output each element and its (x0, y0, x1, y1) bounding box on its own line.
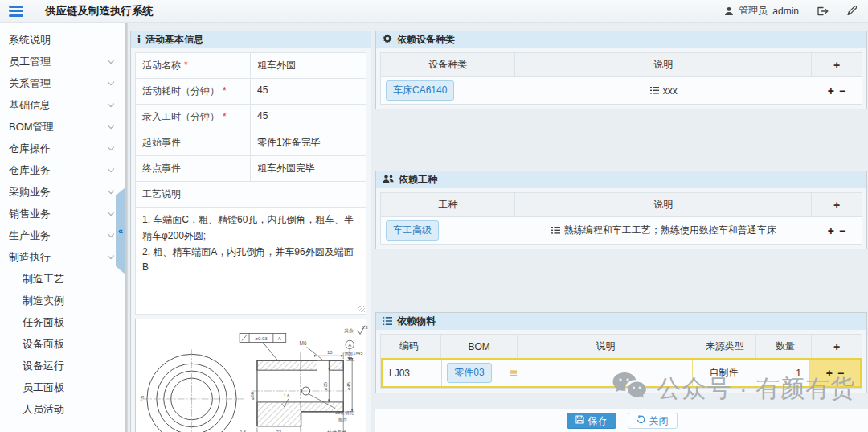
drawing-dim-10: 10 (327, 350, 333, 355)
start-event-field[interactable]: 零件1准备完毕 (251, 130, 366, 155)
drawing-tolerance-datum: A (278, 336, 281, 341)
form-row: 起始事件 零件1准备完毕 (135, 130, 366, 156)
edit-pen-icon[interactable] (846, 6, 857, 16)
list-icon (551, 225, 560, 237)
drawing-dim-22: 22 (276, 430, 281, 432)
chevron-down-icon (108, 122, 114, 129)
drawing-finish-mid: 1.6 (284, 393, 290, 398)
collapse-icon: « (118, 226, 123, 236)
end-event-field[interactable]: 粗车外圆完毕 (251, 156, 366, 181)
sidebar-item-manufacturing-execution[interactable]: 制造执行 (0, 246, 127, 268)
drawing-dim-7-5: 7.5 (140, 395, 145, 402)
app-title: 供应链及制造执行系统 (45, 4, 154, 19)
sidebar-item-system-notes[interactable]: 系统说明 (0, 29, 127, 51)
gear-icon (383, 34, 392, 46)
sidebar-item-basic-info[interactable]: 基础信息 (0, 94, 127, 116)
activity-name-field[interactable]: 粗车外圆 (251, 53, 366, 78)
row-remove-button[interactable]: − (837, 84, 848, 97)
drawing-dia-45: ⌀45 (346, 381, 351, 390)
info-icon: i (137, 35, 141, 46)
sidebar-subitem-process[interactable]: 制造工艺 (0, 268, 127, 290)
chevron-down-icon (108, 209, 114, 216)
panel-title: 依赖物料 (397, 315, 436, 328)
sidebar-item-production[interactable]: 生产业务 (0, 224, 127, 246)
sidebar-subitem-personnel-activity[interactable]: 人员活动 (0, 398, 127, 420)
required-mark: * (223, 85, 227, 97)
drawing-pin-note-1: ⌀8锥销孔 (335, 410, 354, 416)
watermark: 公众号 · 有颜有货 (612, 372, 855, 406)
sidebar-item-sales[interactable]: 销售业务 (0, 203, 127, 224)
chevron-down-icon (108, 231, 114, 237)
sidebar-subitem-instance[interactable]: 制造实例 (0, 290, 127, 311)
chevron-down-icon (108, 101, 114, 107)
field-label: 终点事件 (142, 163, 181, 174)
sidebar-item-warehouse-business[interactable]: 仓库业务 (0, 159, 127, 181)
user-icon (724, 6, 734, 16)
sidebar-subitem-task-panel[interactable]: 任务面板 (0, 311, 127, 333)
drawing-finish-bl: 0.8 (240, 430, 246, 432)
drag-handle-icon[interactable] (510, 368, 517, 379)
save-button[interactable]: 保存 (567, 413, 616, 429)
col-header-desc: 说明 (515, 53, 812, 76)
panel-title: 依赖工种 (399, 173, 437, 187)
drawing-tolerance-value: ⌀0.03 (255, 336, 268, 341)
work-hours-field[interactable]: 45 (251, 105, 366, 130)
field-label: 录入工时（分钟） (142, 111, 219, 122)
sidebar-item-bom-mgmt[interactable]: BOM管理 (0, 116, 127, 138)
activity-info-panel: i 活动基本信息 活动名称* 粗车外圆 活动耗时（分钟）* 45 录入工时（分钟… (130, 31, 371, 432)
required-mark: * (184, 60, 188, 71)
technical-drawing: 7.5 (135, 319, 366, 432)
sidebar-item-purchasing[interactable]: 采购业务 (0, 181, 127, 203)
add-worktype-button[interactable]: + (812, 193, 862, 216)
equipment-row: 车床CA6140 xxx + − (381, 76, 862, 104)
form-row: 终点事件 粗车外圆完毕 (135, 156, 366, 182)
worktype-chip[interactable]: 车工高级 (386, 220, 439, 241)
add-material-button[interactable]: + (812, 335, 862, 358)
process-notes-textarea[interactable]: 1. 车端面C，粗、精镗60孔，内孔倒角，粗车、半精车φ200外圆; 2. 粗、… (135, 208, 366, 315)
drawing-dia-35: ⌀35 (323, 381, 328, 390)
col-header-source: 来源类型 (694, 335, 757, 358)
main-content: i 活动基本信息 活动名称* 粗车外圆 活动耗时（分钟）* 45 录入工时（分钟… (129, 23, 868, 432)
panel-title: 依赖设备种类 (397, 33, 455, 47)
field-label: 起始事件 (142, 137, 181, 148)
sidebar-subitem-employee-panel[interactable]: 员工面板 (0, 376, 127, 398)
add-equipment-button[interactable]: + (812, 53, 862, 76)
col-header-equipment-type: 设备种类 (381, 53, 515, 76)
chevron-down-icon (108, 144, 114, 150)
bom-chip[interactable]: 零件03 (447, 363, 491, 383)
chevron-down-icon (108, 79, 114, 85)
row-add-button[interactable]: + (825, 224, 837, 237)
chevron-down-icon (108, 166, 114, 172)
col-header-worktype: 工种 (381, 193, 515, 216)
worktype-desc: 熟练编程和车工工艺；熟练使用数控车和普通车床 (564, 224, 776, 237)
row-add-button[interactable]: + (825, 84, 837, 97)
sidebar-collapse-handle[interactable]: « (116, 187, 125, 274)
save-icon (575, 415, 584, 426)
sidebar-subitem-equipment-run[interactable]: 设备运行 (0, 355, 127, 376)
undo-icon (637, 415, 645, 426)
col-header-qty: 数量 (756, 335, 812, 358)
form-row: 活动耗时（分钟）* 45 (135, 79, 366, 105)
close-button[interactable]: 关闭 (628, 413, 678, 429)
col-header-desc: 说明 (518, 335, 694, 358)
sidebar-item-employee-mgmt[interactable]: 员工管理 (0, 51, 127, 72)
menu-toggle-icon[interactable] (9, 6, 23, 17)
equipment-chip[interactable]: 车床CA6140 (386, 80, 454, 101)
sidebar: 系统说明 员工管理 关系管理 基础信息 BOM管理 仓库操作 仓库业务 采购业务… (0, 23, 128, 432)
drawing-rest-label: 其余 (344, 328, 354, 334)
worktype-panel: 依赖工种 工种 说明 + 车工高级 熟练编程和车工工艺；熟练使用数控车和普通车床 (375, 171, 867, 249)
equipment-desc: xxx (663, 85, 678, 97)
sidebar-item-warehouse-ops[interactable]: 仓库操作 (0, 138, 127, 159)
col-header-code: 编码 (381, 335, 441, 358)
chevron-down-icon (108, 253, 114, 259)
sidebar-subitem-equipment-panel[interactable]: 设备面板 (0, 333, 127, 355)
field-label: 活动名称 (142, 60, 181, 71)
activity-duration-field[interactable]: 45 (251, 79, 366, 104)
row-remove-button[interactable]: − (837, 224, 848, 237)
sidebar-item-relation-mgmt[interactable]: 关系管理 (0, 72, 127, 94)
drawing-pin-note-2: 配作 (338, 417, 347, 422)
watermark-text: 公众号 · 有颜有货 (657, 372, 855, 405)
col-header-desc: 说明 (515, 193, 812, 216)
logout-icon[interactable] (817, 6, 829, 16)
people-icon (383, 175, 394, 186)
